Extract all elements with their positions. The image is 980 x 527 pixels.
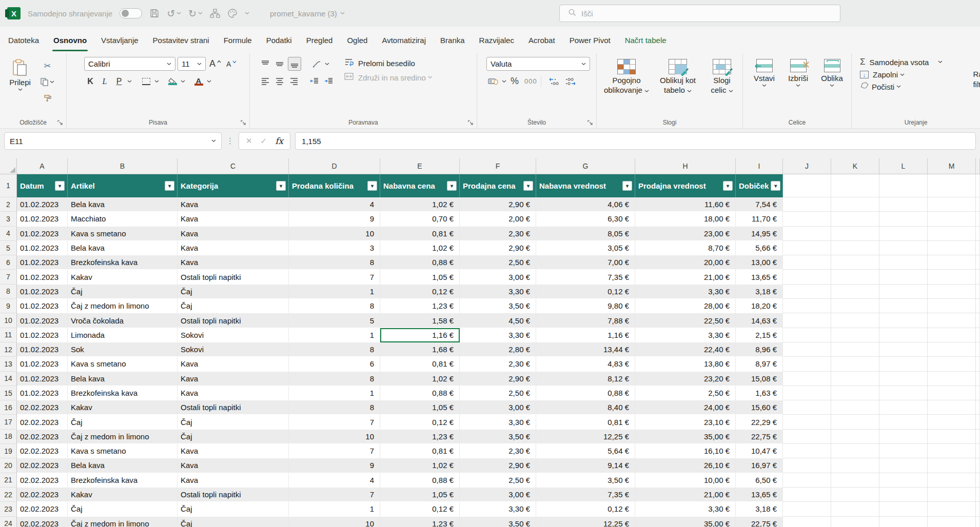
column-header-I[interactable]: I bbox=[736, 158, 783, 174]
fill-color-chevron-icon[interactable] bbox=[181, 80, 185, 83]
row-header-1[interactable]: 1 bbox=[0, 174, 17, 197]
cell[interactable]: Kava bbox=[178, 212, 289, 226]
cell[interactable] bbox=[928, 342, 976, 357]
cell[interactable] bbox=[879, 212, 928, 226]
cell[interactable] bbox=[879, 255, 928, 270]
cell[interactable]: 3,30 € bbox=[460, 285, 536, 299]
cell[interactable]: 3,30 € bbox=[460, 328, 536, 342]
cell[interactable]: 02.02.2023 bbox=[17, 415, 68, 429]
column-header-J[interactable]: J bbox=[783, 158, 831, 174]
align-top-button[interactable] bbox=[259, 57, 271, 71]
cell-styles-button[interactable]: Slogi celic bbox=[705, 57, 739, 117]
cell[interactable]: 23,10 € bbox=[635, 415, 736, 429]
cell[interactable] bbox=[879, 444, 928, 458]
row-header-10[interactable]: 10 bbox=[0, 313, 17, 328]
cell[interactable]: Čaj bbox=[178, 517, 289, 527]
cell[interactable] bbox=[783, 299, 831, 313]
cell[interactable]: 6,30 € bbox=[536, 212, 635, 226]
autosum-button[interactable]: Samodejna vsota bbox=[870, 58, 929, 67]
cell[interactable]: 10,00 € bbox=[635, 473, 736, 488]
table-header-cell[interactable]: Nabavna vrednost▾ bbox=[536, 174, 635, 197]
cell[interactable] bbox=[783, 444, 831, 458]
cell[interactable] bbox=[783, 285, 831, 299]
cell[interactable]: 26,10 € bbox=[635, 458, 736, 473]
cell[interactable]: Čaj bbox=[178, 502, 289, 516]
cell[interactable]: 1,16 € bbox=[536, 328, 635, 342]
tab-avtomatiziraj[interactable]: Avtomatiziraj bbox=[375, 27, 433, 53]
align-middle-button[interactable] bbox=[273, 57, 286, 71]
cell[interactable]: 0,12 € bbox=[380, 285, 460, 299]
cell[interactable]: 3,30 € bbox=[635, 502, 736, 516]
cell[interactable]: 35,00 € bbox=[635, 517, 736, 527]
column-header-B[interactable]: B bbox=[68, 158, 178, 174]
cell[interactable]: Čaj bbox=[178, 285, 289, 299]
cell[interactable] bbox=[831, 473, 879, 488]
cell[interactable]: 5 bbox=[289, 313, 380, 328]
cell[interactable]: 02.02.2023 bbox=[17, 430, 68, 444]
tab-na-rt-tabele[interactable]: Načrt tabele bbox=[618, 27, 674, 53]
cell[interactable]: 9 bbox=[289, 212, 380, 226]
column-header-M[interactable]: M bbox=[928, 158, 976, 174]
flow-icon[interactable] bbox=[210, 8, 220, 18]
cell[interactable]: 21,00 € bbox=[635, 270, 736, 284]
format-painter-button[interactable] bbox=[39, 91, 56, 105]
cell[interactable]: 18,20 € bbox=[736, 299, 783, 313]
cell[interactable]: 13,65 € bbox=[736, 488, 783, 502]
cell[interactable]: 7 bbox=[289, 444, 380, 458]
cell[interactable]: 3,30 € bbox=[460, 502, 536, 516]
table-header-cell[interactable]: Datum▾ bbox=[17, 174, 68, 197]
cell[interactable] bbox=[928, 502, 976, 516]
bold-button[interactable]: K bbox=[84, 74, 96, 88]
cell[interactable]: Kava s smetano bbox=[68, 357, 178, 371]
cell[interactable] bbox=[831, 372, 879, 386]
cell[interactable] bbox=[879, 227, 928, 241]
cell[interactable]: 2,30 € bbox=[460, 357, 536, 371]
cell[interactable]: Kava s smetano bbox=[68, 444, 178, 458]
cell[interactable]: 2,50 € bbox=[635, 386, 736, 400]
cell[interactable]: 20,00 € bbox=[635, 255, 736, 270]
cell[interactable] bbox=[879, 270, 928, 284]
cell[interactable]: 10,47 € bbox=[736, 444, 783, 458]
cell[interactable]: Čaj bbox=[178, 415, 289, 429]
cell[interactable]: Macchiato bbox=[68, 212, 178, 226]
cell[interactable] bbox=[831, 212, 879, 226]
cell[interactable]: 7,35 € bbox=[536, 488, 635, 502]
row-header-23[interactable]: 23 bbox=[0, 502, 17, 516]
cell[interactable]: 1,02 € bbox=[380, 458, 460, 473]
cell[interactable]: Kava bbox=[178, 227, 289, 241]
cell[interactable] bbox=[831, 357, 879, 371]
delete-cells-button[interactable]: Izbriši bbox=[784, 57, 813, 117]
cell[interactable]: 02.02.2023 bbox=[17, 400, 68, 415]
row-header-14[interactable]: 14 bbox=[0, 372, 17, 386]
cell[interactable] bbox=[879, 415, 928, 429]
cell[interactable]: 01.02.2023 bbox=[17, 227, 68, 241]
cell[interactable] bbox=[928, 517, 976, 527]
cell[interactable]: 7,54 € bbox=[736, 197, 783, 212]
autosum-chevron-icon[interactable] bbox=[938, 60, 943, 64]
cell[interactable] bbox=[879, 197, 928, 212]
cell[interactable]: 02.02.2023 bbox=[17, 473, 68, 488]
cell[interactable] bbox=[783, 488, 831, 502]
tab-branka[interactable]: Branka bbox=[433, 27, 472, 53]
cell[interactable] bbox=[783, 270, 831, 284]
column-header-E[interactable]: E bbox=[380, 158, 460, 174]
cell[interactable]: 11,70 € bbox=[736, 212, 783, 226]
cell[interactable] bbox=[783, 430, 831, 444]
cell[interactable]: 10 bbox=[289, 227, 380, 241]
cell[interactable] bbox=[783, 502, 831, 516]
cell[interactable]: 8 bbox=[289, 342, 380, 357]
decrease-font-button[interactable]: A bbox=[225, 57, 238, 71]
clear-chevron-icon[interactable] bbox=[896, 85, 901, 88]
cell[interactable]: Vroča čokolada bbox=[68, 313, 178, 328]
cell[interactable]: 13,44 € bbox=[536, 342, 635, 357]
cell[interactable]: 9 bbox=[289, 458, 380, 473]
cell[interactable]: 2,90 € bbox=[460, 372, 536, 386]
enter-button[interactable]: ✓ bbox=[261, 136, 267, 146]
tab-vstavljanje[interactable]: Vstavljanje bbox=[94, 27, 146, 53]
row-header-4[interactable]: 4 bbox=[0, 227, 17, 241]
cell[interactable]: Čaj bbox=[68, 415, 178, 429]
number-format-combo[interactable]: Valuta bbox=[486, 57, 590, 71]
cell[interactable] bbox=[928, 227, 976, 241]
cell[interactable]: 3,30 € bbox=[635, 328, 736, 342]
cell[interactable] bbox=[783, 197, 831, 212]
